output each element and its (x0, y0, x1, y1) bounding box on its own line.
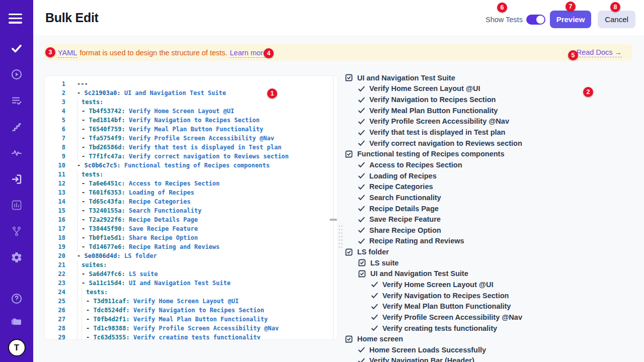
editor-line[interactable]: - Tb4f53742: Verify Home Screen Layout @… (77, 107, 338, 116)
tree-item-label: Verify correct navigation to Reviews sec… (369, 139, 522, 147)
check-icon (358, 216, 365, 223)
editor-line[interactable]: --- (77, 79, 338, 88)
avatar[interactable]: T (8, 339, 26, 356)
show-tests-toggle[interactable] (526, 15, 545, 25)
editor-line[interactable]: suites: (77, 260, 338, 269)
tree-test-item[interactable]: Save Recipe Feature (345, 214, 639, 225)
line-number: 16 (45, 215, 70, 224)
folder-icon[interactable] (11, 316, 23, 328)
indent-guide (77, 269, 82, 278)
editor-line[interactable]: - Ta6e6451c: Access to Recipes Section (77, 179, 338, 188)
editor-line[interactable]: - Ted1814bf: Verify Navigation to Recipe… (77, 116, 338, 125)
tree-test-item[interactable]: Verify creating tests functionality (345, 323, 639, 334)
editor-scrollbar-track (333, 76, 334, 340)
check-icon (358, 107, 365, 114)
editor-line[interactable]: - Tfa5754f9: Verify Profile Screen Acces… (77, 134, 338, 143)
editor-scrollbar-thumb[interactable] (330, 219, 337, 221)
git-branch-icon[interactable] (11, 225, 23, 237)
play-circle-icon[interactable] (11, 68, 23, 80)
yaml-link[interactable]: YAML (58, 49, 77, 58)
editor-line[interactable]: tests: (77, 170, 338, 179)
tree-test-item[interactable]: Verify correct navigation to Reviews sec… (345, 138, 639, 149)
editor-line[interactable]: tests: (77, 98, 338, 107)
editor-line[interactable]: - Tc63d5355: Verify creating tests funct… (77, 333, 338, 340)
tree-test-item[interactable]: Verify Home Screen Layout @UI (345, 83, 639, 95)
editor-line[interactable]: - Sa6d47fc6: LS suite (77, 269, 338, 279)
tree-test-item[interactable]: Verify Navigation to Recipes Section (345, 290, 639, 301)
test-tree: UI and Navigation Test SuiteVerify Home … (345, 72, 639, 362)
line-number: 28 (45, 324, 70, 333)
tree-test-item[interactable]: Loading of Recipes (345, 170, 639, 182)
tree-suite-item[interactable]: Home screen (345, 333, 639, 344)
steps-icon[interactable] (11, 121, 23, 133)
tree-suite-item[interactable]: UI and Navigation Test Suite (345, 268, 639, 280)
tree-suite-item[interactable]: UI and Navigation Test Suite (345, 72, 639, 83)
check-icon (358, 346, 365, 353)
suite-checkbox-icon (345, 150, 353, 158)
annotation-badge-5: 5 (568, 50, 578, 60)
cancel-button[interactable]: Cancel (598, 11, 635, 28)
sign-in-icon[interactable] (11, 173, 23, 185)
tree-item-label: Search Functionality (369, 194, 441, 202)
read-docs-link[interactable]: Read Docs → (577, 48, 622, 57)
yaml-editor[interactable]: 1234567891011121314151617181920212223242… (44, 75, 338, 340)
editor-line[interactable]: - Tb0f1e5d1: Share Recipe Option (77, 233, 338, 242)
editor-code-lines[interactable]: ---- Sc21903a0: UI and Navigation Test S… (70, 76, 338, 339)
tree-test-item[interactable]: Verify Profile Screen Accessibility @Nav (345, 116, 639, 127)
tree-test-item[interactable]: Access to Recipes Section (345, 159, 639, 170)
annotation-badge-8: 8 (610, 2, 620, 12)
editor-line[interactable]: - T3240155a: Search Functionality (77, 206, 338, 215)
list-check-icon[interactable] (11, 95, 23, 107)
tree-test-item[interactable]: Recipe Details Page (345, 203, 639, 214)
line-number: 12 (45, 179, 70, 188)
tree-test-item[interactable]: Recipe Rating and Reviews (345, 236, 639, 247)
banner-text: format is used to design the structure o… (79, 49, 227, 57)
editor-line[interactable]: - Se0806d4d: LS folder (77, 251, 338, 260)
tree-test-item[interactable]: Verify Meal Plan Button Functionality (345, 301, 639, 312)
tree-test-item[interactable]: Share Recipe Option (345, 225, 639, 236)
editor-line[interactable]: - T7f1fc47a: Verify correct navigation t… (77, 152, 338, 161)
annotation-badge-6: 6 (497, 3, 507, 13)
editor-line[interactable]: - Sa11c15d4: UI and Navigation Test Suit… (77, 279, 338, 288)
editor-line[interactable]: tests: (77, 288, 338, 297)
tree-item-label: LS folder (357, 248, 389, 256)
tree-test-item[interactable]: Search Functionality (345, 192, 639, 203)
check-icon (358, 172, 365, 179)
preview-button[interactable]: Preview (550, 11, 591, 28)
tree-test-item[interactable]: Verify Profile Screen Accessibility @Nav (345, 312, 639, 323)
tree-test-item[interactable]: Home Screen Loads Successfully (345, 344, 639, 355)
bar-chart-icon[interactable] (11, 199, 23, 211)
tree-test-item[interactable]: Verify Meal Plan Button Functionality (345, 105, 639, 116)
check-icon[interactable] (11, 42, 23, 54)
tree-test-item[interactable]: Verify Navigation Bar (Header) (345, 355, 639, 362)
tree-test-item[interactable]: Verify that test is displayed in Test pl… (345, 127, 639, 138)
editor-line[interactable]: - Tbd26586d: Verify that test is display… (77, 143, 338, 152)
editor-line[interactable]: - Td14677e6: Recipe Rating and Reviews (77, 242, 338, 251)
editor-line[interactable]: - Td65c43fa: Recipe Categories (77, 197, 338, 206)
tree-test-item[interactable]: Verify Navigation to Recipes Section (345, 94, 639, 105)
tree-item-label: Recipe Categories (369, 183, 433, 191)
tree-suite-item[interactable]: Functional testing of Recipes components (345, 148, 639, 159)
tree-suite-item[interactable]: LS folder (345, 246, 639, 257)
annotation-badge-1: 1 (267, 88, 277, 99)
tree-suite-item[interactable]: LS suite (345, 257, 639, 268)
activity-icon[interactable] (11, 147, 23, 159)
editor-line[interactable]: - T601f6353: Loading of Recipes (77, 188, 338, 197)
tree-item-label: Verify Meal Plan Button Functionality (369, 107, 498, 115)
gear-icon[interactable] (11, 251, 23, 263)
help-icon[interactable] (11, 293, 23, 305)
editor-line[interactable]: - Sc0b6c7c5: Functional testing of Recip… (77, 161, 338, 170)
editor-line[interactable]: - T6540f759: Verify Meal Plan Button Fun… (77, 125, 338, 134)
editor-line[interactable]: - Tdc8524df: Verify Navigation to Recipe… (77, 306, 338, 315)
line-number: 23 (45, 279, 70, 288)
tree-test-item[interactable]: Verify Home Screen Layout @UI (345, 279, 639, 290)
editor-line[interactable]: - T0fb4d2f1: Verify Meal Plan Button Fun… (77, 315, 338, 324)
tree-test-item[interactable]: Recipe Categories (345, 181, 639, 192)
editor-line[interactable]: - T2a2922f6: Recipe Details Page (77, 215, 338, 224)
editor-line[interactable]: - Td1c98388: Verify Profile Screen Acces… (77, 324, 338, 333)
panel-resize-handle[interactable] (338, 224, 344, 248)
editor-line[interactable]: - Sc21903a0: UI and Navigation Test Suit… (77, 88, 338, 98)
editor-line[interactable]: - T38445f90: Save Recipe Feature (77, 224, 338, 233)
hamburger-menu-icon[interactable] (9, 14, 22, 26)
editor-line[interactable]: - T3d911caf: Verify Home Screen Layout @… (77, 297, 338, 306)
